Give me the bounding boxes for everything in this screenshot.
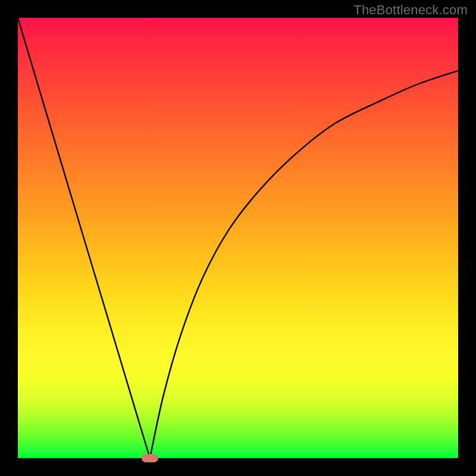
min-point-marker bbox=[142, 454, 158, 462]
watermark-text: TheBottleneck.com bbox=[353, 2, 468, 18]
plot-background-gradient bbox=[18, 18, 458, 458]
chart-frame: TheBottleneck.com bbox=[0, 0, 476, 476]
